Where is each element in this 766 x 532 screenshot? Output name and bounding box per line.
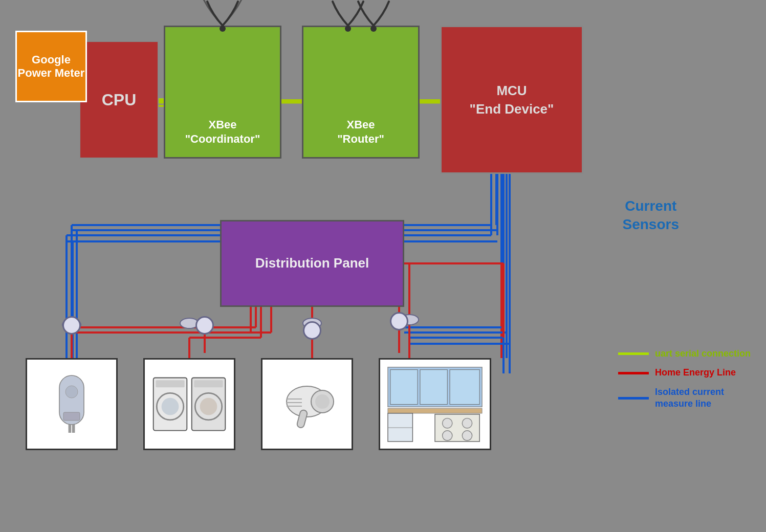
svg-point-55 xyxy=(443,418,452,428)
xbee-router-box: XBee"Router" xyxy=(302,26,420,159)
washer-dryer-icon xyxy=(151,373,228,435)
legend-isolated-current: Isolated currentmeasure line xyxy=(618,386,751,410)
xbee-coordinator-box: XBee"Coordinator" xyxy=(164,26,281,159)
kitchen-icon xyxy=(384,365,486,444)
svg-rect-40 xyxy=(156,380,184,387)
mcu-label: MCU"End Device" xyxy=(470,81,554,119)
google-power-meter-label: Google Power Meter xyxy=(17,53,85,80)
svg-rect-30 xyxy=(63,412,80,420)
svg-point-37 xyxy=(162,398,179,415)
mcu-box: MCU"End Device" xyxy=(440,26,583,174)
legend-home-energy: Home Energy Line xyxy=(618,367,751,379)
svg-rect-32 xyxy=(69,425,72,433)
water-heater-box: ≈ 4 kW xyxy=(26,358,118,450)
xbee-coordinator-label: XBee"Coordinator" xyxy=(185,118,260,147)
svg-rect-53 xyxy=(388,408,482,413)
svg-rect-50 xyxy=(390,369,418,404)
svg-point-31 xyxy=(65,386,78,398)
home-energy-label: Home Energy Line xyxy=(655,367,736,379)
svg-point-57 xyxy=(443,430,452,440)
sensor-circle-3 xyxy=(303,321,321,340)
legend-uart: uart serial connection xyxy=(618,348,751,360)
sensor-circle-1 xyxy=(62,316,81,335)
svg-rect-41 xyxy=(194,380,223,387)
home-energy-line-icon xyxy=(618,372,649,374)
svg-rect-54 xyxy=(435,414,479,441)
washer-dryer-box: ≈ 5 kW xyxy=(143,358,235,450)
diagram-container: Google Power Meter CPU XBee"Coordinator" xyxy=(0,0,766,532)
google-power-meter-box: Google Power Meter xyxy=(15,31,87,102)
distribution-panel-box: Distribution Panel xyxy=(220,220,404,307)
distribution-panel-label: Distribution Panel xyxy=(255,255,369,272)
hair-dryer-icon xyxy=(276,373,338,435)
xbee-router-label: XBee"Router" xyxy=(337,118,384,147)
kitchen-box: ≈ 2 kW xyxy=(379,358,491,450)
cpu-label: CPU xyxy=(102,91,137,109)
svg-rect-33 xyxy=(72,425,75,433)
isolated-current-label: Isolated currentmeasure line xyxy=(655,386,724,410)
svg-point-39 xyxy=(200,398,217,415)
legend: uart serial connection Home Energy Line … xyxy=(618,348,751,417)
svg-rect-51 xyxy=(420,369,447,404)
svg-point-58 xyxy=(462,430,472,440)
svg-point-45 xyxy=(315,394,330,409)
hair-dryer-box: ≈ 1.8 kW xyxy=(261,358,353,450)
uart-label: uart serial connection xyxy=(655,348,751,360)
cpu-box: CPU xyxy=(79,41,159,159)
uart-line-icon xyxy=(618,352,649,355)
isolated-current-line-icon xyxy=(618,397,649,400)
water-heater-icon xyxy=(51,371,92,437)
svg-rect-52 xyxy=(450,369,479,404)
svg-point-56 xyxy=(462,418,472,428)
current-sensors-label: CurrentSensors xyxy=(623,197,680,234)
sensor-circle-4 xyxy=(390,312,408,330)
sensor-circle-2 xyxy=(195,316,214,335)
router-antenna-icon xyxy=(330,0,391,35)
coordinator-antenna-icon xyxy=(197,0,248,35)
